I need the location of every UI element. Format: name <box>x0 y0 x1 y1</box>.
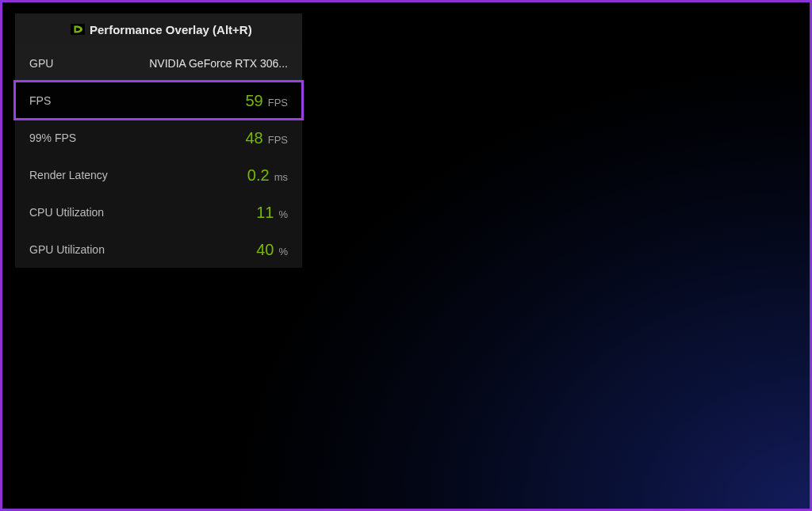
gpu-label: GPU <box>29 57 53 70</box>
render-latency-value-group: 0.2 ms <box>247 167 288 183</box>
fps99-row: 99% FPS 48 FPS <box>15 119 302 156</box>
gpu-util-unit: % <box>278 246 288 257</box>
fps-unit: FPS <box>268 97 288 109</box>
render-latency-value: 0.2 <box>247 167 270 183</box>
cpu-util-unit: % <box>278 208 288 220</box>
gpu-util-row: GPU Utilization 40 % <box>15 231 302 268</box>
nvidia-icon <box>71 24 85 35</box>
render-latency-label: Render Latency <box>29 169 108 181</box>
overlay-body: GPU NVIDIA GeForce RTX 306... FPS 59 FPS… <box>15 45 302 268</box>
fps-row: FPS 59 FPS <box>15 82 302 119</box>
cpu-util-value-group: 11 % <box>256 204 288 220</box>
fps-value-group: 59 FPS <box>245 93 288 109</box>
svg-rect-0 <box>71 24 85 35</box>
fps-label: FPS <box>29 94 51 107</box>
fps99-value-group: 48 FPS <box>245 130 288 146</box>
gpu-row: GPU NVIDIA GeForce RTX 306... <box>15 45 302 82</box>
fps99-value: 48 <box>245 130 262 146</box>
render-latency-unit: ms <box>274 171 288 183</box>
gpu-util-value-group: 40 % <box>256 242 288 257</box>
overlay-header: Performance Overlay (Alt+R) <box>15 13 302 45</box>
render-latency-row: Render Latency 0.2 ms <box>15 156 302 193</box>
cpu-util-row: CPU Utilization 11 % <box>15 193 302 231</box>
cpu-util-value: 11 <box>256 204 274 220</box>
gpu-name-value: NVIDIA GeForce RTX 306... <box>149 57 288 70</box>
fps-value: 59 <box>245 93 262 109</box>
cpu-util-label: CPU Utilization <box>29 206 104 219</box>
performance-overlay-panel: Performance Overlay (Alt+R) GPU NVIDIA G… <box>15 13 302 268</box>
fps99-unit: FPS <box>268 134 288 146</box>
gpu-util-value: 40 <box>256 242 274 257</box>
gpu-util-label: GPU Utilization <box>29 243 105 256</box>
fps99-label: 99% FPS <box>29 132 76 144</box>
overlay-title: Performance Overlay (Alt+R) <box>61 23 252 36</box>
